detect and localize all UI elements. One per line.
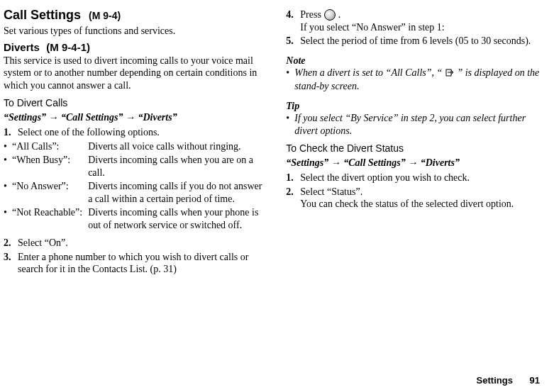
diverts-intro: This service is used to divert incoming …: [4, 55, 267, 92]
option-row: • “No Answer”: Diverts incoming calls if…: [4, 180, 267, 206]
step-text: Select “Status”. You can check the statu…: [300, 186, 540, 211]
breadcrumb-check: “Settings” → “Call Settings” → “Diverts”: [286, 157, 540, 169]
note-body: • When a divert is set to “All Calls”, “…: [286, 67, 540, 93]
step-number: 4.: [286, 9, 300, 33]
press-line: Press .: [300, 9, 540, 21]
footer-section: Settings: [477, 375, 513, 386]
page-subtitle: Set various types of functions and servi…: [4, 25, 267, 38]
to-divert-heading: To Divert Calls: [4, 97, 267, 110]
press-post: .: [338, 9, 341, 21]
bullet: •: [4, 140, 12, 155]
diverts-heading: Diverts: [4, 41, 40, 53]
step-number: 1.: [286, 172, 300, 184]
step-2: 2. Select “On”.: [4, 237, 267, 250]
step-number: 2.: [286, 186, 300, 211]
press-pre: Press: [300, 9, 321, 21]
bullet: •: [4, 180, 12, 206]
step-1: 1. Select one of the following options.: [4, 126, 267, 139]
steps-left-cont: 2. Select “On”. 3. Enter a phone number …: [4, 237, 267, 276]
step-number: 5.: [286, 35, 300, 47]
steps-left: 1. Select one of the following options.: [4, 126, 267, 139]
check-result: You can check the status of the selected…: [300, 198, 514, 209]
page-title: Call Settings: [4, 8, 81, 22]
step-number: 1.: [4, 126, 18, 139]
note-heading: Note: [286, 55, 540, 67]
page: Call Settings (M 9-4) Set various types …: [0, 0, 554, 392]
page-footer: Settings 91: [477, 375, 540, 386]
check-step-1: 1. Select the divert option you wish to …: [286, 172, 540, 184]
diverts-heading-line: Diverts (M 9-4-1): [4, 41, 267, 55]
left-column: Call Settings (M 9-4) Set various types …: [4, 7, 267, 277]
check-heading: To Check the Divert Status: [286, 142, 540, 155]
check-step2-text: Select “Status”.: [300, 186, 362, 197]
option-row: • “Not Reachable”: Diverts incoming call…: [4, 206, 267, 233]
note-text: When a divert is set to “All Calls”, “ ”…: [294, 67, 540, 93]
center-key-icon: [324, 9, 336, 21]
step-3: 3. Enter a phone number to which you wis…: [4, 251, 267, 276]
step-text: Enter a phone number to which you wish t…: [18, 251, 267, 276]
columns: Call Settings (M 9-4) Set various types …: [4, 7, 540, 277]
step-number: 3.: [4, 251, 18, 276]
page-title-line: Call Settings (M 9-4): [4, 7, 267, 23]
option-label: “No Answer”:: [12, 180, 88, 206]
note-pre: When a divert is set to “All Calls”, “: [294, 67, 442, 78]
steps-right: 4. Press . If you select “No Answer” in …: [286, 9, 540, 47]
footer-page-number: 91: [530, 375, 540, 386]
tip-text: If you select “By Service” in step 2, yo…: [294, 112, 540, 137]
step-text: Press . If you select “No Answer” in ste…: [300, 9, 540, 33]
step-text: Select one of the following options.: [18, 126, 267, 139]
breadcrumb-diverts: “Settings” → “Call Settings” → “Diverts”: [4, 111, 267, 124]
option-desc: Diverts incoming calls when you are on a…: [88, 154, 267, 180]
tip-body: • If you select “By Service” in step 2, …: [286, 112, 540, 137]
bullet: •: [4, 154, 12, 180]
option-label: “All Calls”:: [12, 140, 88, 155]
divert-options-table: • “All Calls”: Diverts all voice calls w…: [4, 140, 267, 233]
step-number: 2.: [4, 237, 18, 250]
option-label: “Not Reachable”:: [12, 206, 88, 233]
option-desc: Diverts incoming calls when your phone i…: [88, 206, 267, 233]
step-5: 5. Select the period of time from 6 leve…: [286, 35, 540, 47]
option-row: • “When Busy”: Diverts incoming calls wh…: [4, 154, 267, 180]
bullet: •: [4, 206, 12, 233]
right-column: 4. Press . If you select “No Answer” in …: [286, 7, 540, 277]
check-step-2: 2. Select “Status”. You can check the st…: [286, 186, 540, 211]
tip-heading: Tip: [286, 100, 540, 113]
bullet: •: [286, 112, 294, 137]
option-label: “When Busy”:: [12, 154, 88, 180]
option-row: • “All Calls”: Diverts all voice calls w…: [4, 140, 267, 155]
step4-condition: If you select “No Answer” in step 1:: [300, 22, 444, 33]
page-menucode: (M 9-4): [89, 10, 121, 21]
option-desc: Diverts incoming calls if you do not ans…: [88, 180, 267, 206]
option-desc: Diverts all voice calls without ringing.: [88, 140, 267, 155]
step-4: 4. Press . If you select “No Answer” in …: [286, 9, 540, 33]
step-text: Select “On”.: [18, 237, 267, 250]
diverts-menucode: (M 9-4-1): [46, 41, 90, 53]
check-steps: 1. Select the divert option you wish to …: [286, 172, 540, 211]
step-text: Select the divert option you wish to che…: [300, 172, 540, 184]
step-text: Select the period of time from 6 levels …: [300, 35, 540, 47]
bullet: •: [286, 67, 294, 93]
divert-indicator-icon: [445, 67, 455, 81]
